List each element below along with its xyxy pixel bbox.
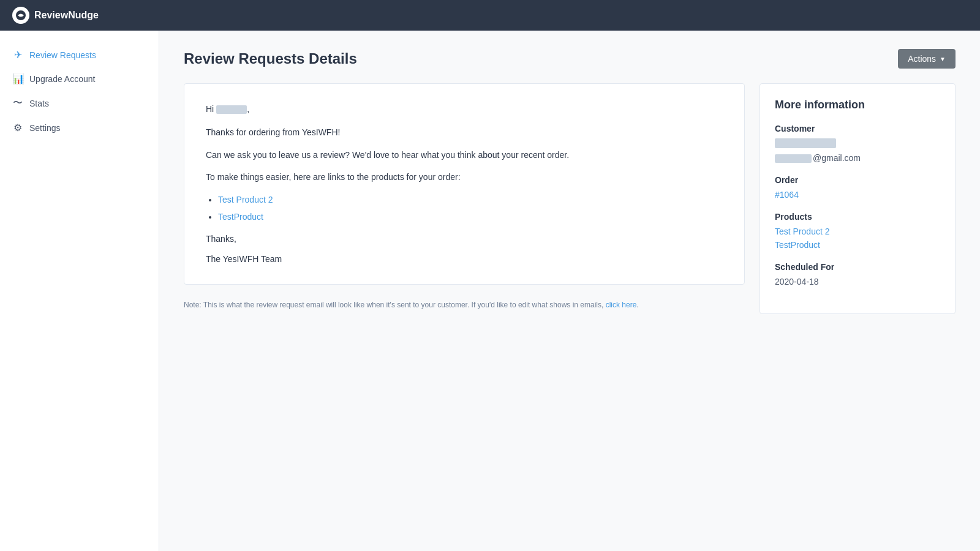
email-paragraph-3: To make things easier, here are links to… [206, 170, 723, 184]
info-product-link-2[interactable]: TestProduct [775, 240, 940, 250]
info-product-link-1[interactable]: Test Product 2 [775, 227, 940, 236]
sidebar: ✈ Review Requests 📊 Upgrade Account 〜 St… [0, 31, 159, 551]
top-nav: ReviewNudge [0, 0, 980, 31]
page-header: Review Requests Details Actions ▼ [184, 49, 956, 69]
brand-logo: ReviewNudge [12, 7, 99, 24]
note-text: Note: This is what the review request em… [184, 301, 603, 309]
email-product-link-2[interactable]: TestProduct [218, 212, 263, 222]
actions-button[interactable]: Actions ▼ [898, 49, 956, 69]
sidebar-item-upgrade-account[interactable]: 📊 Upgrade Account [0, 67, 159, 91]
more-info-title: More information [775, 99, 940, 111]
products-label: Products [775, 212, 940, 222]
order-number-link[interactable]: #1064 [775, 190, 940, 200]
products-section: Products Test Product 2 TestProduct [775, 212, 940, 250]
note-link[interactable]: click here [606, 301, 637, 309]
scheduled-date: 2020-04-18 [775, 277, 940, 287]
chart-icon: 📊 [12, 73, 23, 84]
email-greeting: Hi , [206, 102, 723, 116]
greeting-prefix: Hi [206, 104, 214, 114]
email-suffix: @gmail.com [813, 153, 861, 163]
chevron-down-icon: ▼ [940, 56, 946, 62]
order-section: Order #1064 [775, 175, 940, 200]
stats-icon: 〜 [12, 97, 23, 110]
main-content: Review Requests Details Actions ▼ Hi , T… [159, 31, 980, 551]
email-closing: Thanks, [206, 232, 723, 246]
sidebar-label-settings: Settings [29, 123, 61, 133]
email-paragraph-2: Can we ask you to leave us a review? We'… [206, 148, 723, 162]
customer-name-redacted [775, 138, 836, 148]
send-icon: ✈ [12, 49, 23, 61]
email-preview-wrapper: Hi , Thanks for ordering from YesIWFH! C… [184, 83, 745, 309]
actions-button-label: Actions [908, 54, 936, 64]
content-grid: Hi , Thanks for ordering from YesIWFH! C… [184, 83, 956, 314]
more-info-card: More information Customer @gmail.com Ord… [760, 83, 956, 314]
customer-label: Customer [775, 124, 940, 133]
sidebar-label-review-requests: Review Requests [29, 50, 96, 60]
list-item: TestProduct [218, 210, 723, 223]
sidebar-label-stats: Stats [29, 99, 49, 108]
email-preview-card: Hi , Thanks for ordering from YesIWFH! C… [184, 83, 745, 285]
scheduled-section: Scheduled For 2020-04-18 [775, 262, 940, 287]
customer-email: @gmail.com [775, 153, 940, 163]
customer-section: Customer @gmail.com [775, 124, 940, 163]
sidebar-item-stats[interactable]: 〜 Stats [0, 91, 159, 116]
brand-icon [12, 7, 29, 24]
sidebar-label-upgrade-account: Upgrade Account [29, 74, 95, 84]
brand-name: ReviewNudge [34, 10, 99, 21]
list-item: Test Product 2 [218, 193, 723, 206]
email-prefix-redacted [775, 154, 812, 163]
email-note: Note: This is what the review request em… [184, 294, 745, 309]
email-product-link-1[interactable]: Test Product 2 [218, 195, 273, 204]
sidebar-item-review-requests[interactable]: ✈ Review Requests [0, 43, 159, 67]
email-product-list: Test Product 2 TestProduct [218, 193, 723, 224]
email-paragraph-1: Thanks for ordering from YesIWFH! [206, 126, 723, 139]
email-signature: The YesIWFH Team [206, 252, 723, 266]
note-suffix: . [636, 301, 638, 309]
greeting-comma: , [247, 104, 249, 114]
sidebar-item-settings[interactable]: ⚙ Settings [0, 116, 159, 140]
scheduled-label: Scheduled For [775, 262, 940, 272]
gear-icon: ⚙ [12, 122, 23, 133]
customer-name-redacted [216, 105, 247, 114]
page-title: Review Requests Details [184, 50, 357, 67]
order-label: Order [775, 175, 940, 185]
